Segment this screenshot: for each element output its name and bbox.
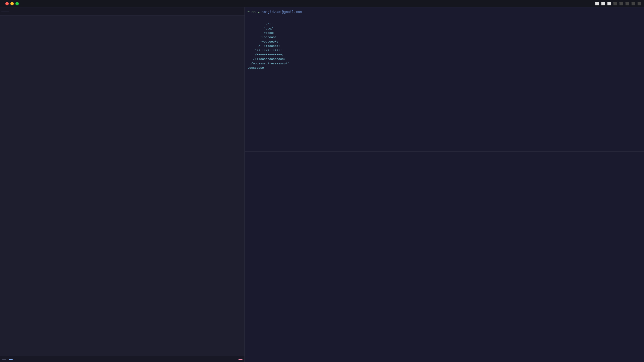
status-tmux-badge (2, 359, 6, 360)
titlebar: ⬜ ⬜ ⬜ ⬛ ⬛ ⬛ ⬛ ⬛ (0, 0, 644, 7)
status-bar (0, 356, 245, 362)
prompt-on-label: ~ on (248, 10, 256, 14)
window-buttons: ⬜ ⬜ ⬜ ⬛ ⬛ ⬛ ⬛ ⬛ (595, 2, 641, 6)
close-dot[interactable] (5, 2, 9, 5)
main-container: ~ on ☁ hmajid2301@gmail.com .o+` `ooo/ `… (0, 7, 644, 362)
neofetch-ascii-art: .o+` `ooo/ `+oooo: `+oooooo: -+oooooo+: … (248, 18, 289, 70)
status-left (2, 359, 13, 360)
terminal-pane: ~ on ☁ hmajid2301@gmail.com .o+` `ooo/ `… (245, 7, 644, 362)
titlebar-right-controls: ⬜ ⬜ ⬜ ⬛ ⬛ ⬛ ⬛ ⬛ (595, 2, 641, 6)
prompt-email: hmajid2301@gmail.com (262, 10, 302, 14)
maximize-dot[interactable] (15, 2, 19, 5)
editor-pane (0, 7, 245, 362)
status-branch-badge (238, 359, 243, 360)
prompt-icon: ☁ (258, 10, 260, 14)
tab-bar (0, 7, 245, 15)
minimize-dot[interactable] (10, 2, 14, 5)
terminal-prompt-top: ~ on ☁ hmajid2301@gmail.com (248, 10, 641, 14)
editor-content (0, 15, 245, 356)
tab-tmux-conf[interactable] (1, 11, 9, 12)
neofetch-container: .o+` `ooo/ `+oooo: `+oooooo: -+oooooo+: … (248, 18, 641, 70)
status-right (234, 359, 243, 360)
window-controls (5, 2, 19, 5)
terminal-top: ~ on ☁ hmajid2301@gmail.com .o+` `ooo/ `… (245, 7, 644, 152)
status-fish-badge (9, 359, 13, 360)
